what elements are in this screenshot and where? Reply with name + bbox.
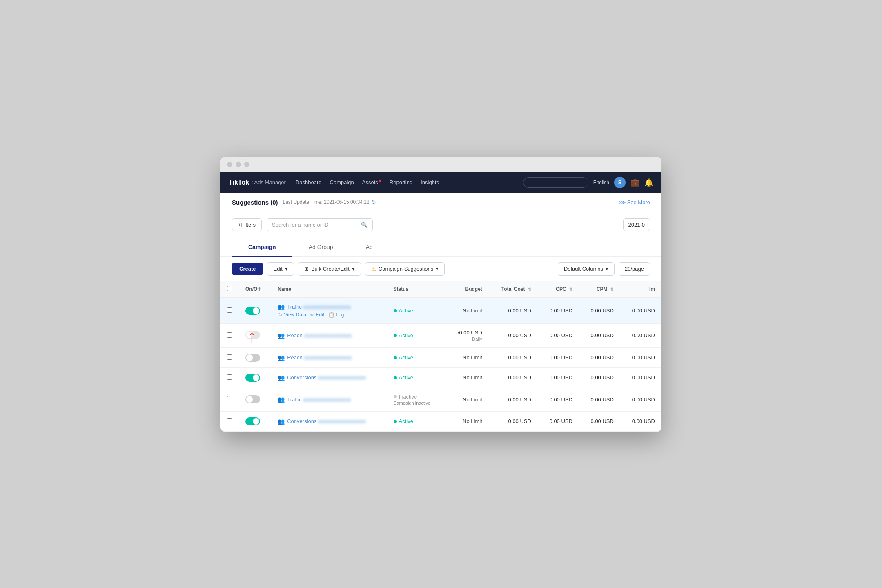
cpm-6: 0.00 USD — [579, 411, 620, 431]
total-cost-4: 0.00 USD — [489, 368, 538, 388]
header-total-cost[interactable]: Total Cost ⇅ — [489, 281, 538, 298]
row-checkbox-6[interactable] — [227, 418, 232, 423]
cpc-6: 0.00 USD — [538, 411, 579, 431]
nav-insights[interactable]: Insights — [421, 179, 439, 185]
impressions-6: 0.00 USD — [620, 411, 662, 431]
nav-reporting[interactable]: Reporting — [390, 179, 412, 185]
columns-chevron-icon: ▾ — [606, 266, 608, 272]
row-checkbox-1[interactable] — [227, 307, 232, 313]
suggestions-title: Suggestions (0) — [232, 199, 278, 206]
suggestions-bar: Suggestions (0) Last Update Time: 2021-0… — [220, 193, 662, 212]
language-selector[interactable]: English — [593, 180, 609, 185]
status-4: Active — [394, 374, 438, 381]
navbar-search-input[interactable] — [523, 177, 588, 188]
action-bar: Create Edit ▾ ⊞ Bulk Create/Edit ▾ ⚠ Cam… — [220, 257, 662, 281]
filters-button[interactable]: +Filters — [232, 218, 262, 231]
toggle-1[interactable] — [245, 307, 260, 315]
row-checkbox-2[interactable] — [227, 332, 232, 338]
refresh-icon[interactable]: ↻ — [371, 199, 376, 205]
avatar[interactable]: S — [614, 177, 626, 188]
toggle-4[interactable] — [245, 374, 260, 382]
tab-campaign[interactable]: Campaign — [232, 238, 292, 257]
bulk-create-button[interactable]: ⊞ Bulk Create/Edit ▾ — [298, 262, 361, 276]
row-checkbox-3[interactable] — [227, 354, 232, 360]
campaign-name-4: 👥 Conversions xxxxxxxxxxxxxxxxxx — [278, 374, 380, 381]
campaign-name-link-4[interactable]: Conversions xxxxxxxxxxxxxxxxxx — [287, 374, 366, 381]
campaign-icon-6: 👥 — [278, 418, 285, 425]
table-row: 👥 Traffic xxxxxxxxxxxxxxxxxx 🗂 View Data… — [220, 298, 662, 324]
window-maximize-dot[interactable] — [244, 162, 249, 167]
tab-ad[interactable]: Ad — [350, 238, 389, 257]
briefcase-icon[interactable]: 💼 — [630, 178, 639, 187]
toggle-2[interactable] — [245, 331, 260, 339]
budget-6: No Limit — [444, 411, 489, 431]
edit-label: Edit — [273, 266, 282, 272]
navbar: TikTok : Ads Manager Dashboard Campaign … — [220, 172, 662, 193]
toolbar: +Filters Search for a name or ID 🔍 2021-… — [220, 212, 662, 238]
toggle-5[interactable] — [245, 395, 260, 403]
default-columns-button[interactable]: Default Columns ▾ — [558, 262, 615, 276]
toggle-3[interactable] — [245, 354, 260, 362]
header-budget: Budget — [444, 281, 489, 298]
cpm-sort-icon: ⇅ — [610, 287, 614, 292]
edit-button[interactable]: Edit ▾ — [267, 262, 294, 276]
campaign-suggestions-label: Campaign Suggestions — [379, 266, 433, 272]
status-dot-3 — [394, 356, 397, 359]
window-close-dot[interactable] — [227, 162, 232, 167]
campaign-suggestions-button[interactable]: ⚠ Campaign Suggestions ▾ — [365, 262, 445, 276]
window-minimize-dot[interactable] — [236, 162, 241, 167]
campaign-name-link-2[interactable]: Reach xxxxxxxxxxxxxxxxxx — [287, 332, 352, 339]
bell-icon[interactable]: 🔔 — [644, 178, 653, 187]
tab-ad-group[interactable]: Ad Group — [292, 238, 350, 257]
table-row: 👥 Reach xxxxxxxxxxxxxxxxxx Active No Lim… — [220, 347, 662, 368]
campaign-name-link-3[interactable]: Reach xxxxxxxxxxxxxxxxxx — [287, 354, 352, 361]
campaign-name-link-5[interactable]: Traffic xxxxxxxxxxxxxxxxxx — [287, 396, 351, 403]
search-box[interactable]: Search for a name or ID 🔍 — [267, 218, 373, 231]
campaign-name-link-1[interactable]: Traffic xxxxxxxxxxxxxxxxxx — [287, 304, 351, 310]
impressions-4: 0.00 USD — [620, 368, 662, 388]
table-header-row: On/Off Name Status Budget Total Cost ⇅ C… — [220, 281, 662, 298]
impressions-3: 0.00 USD — [620, 347, 662, 368]
date-picker[interactable]: 2021-0 — [623, 218, 650, 231]
total-cost-2: 0.00 USD — [489, 323, 538, 347]
log-link-1[interactable]: 📋 Log — [328, 312, 344, 318]
status-5: Inactive — [394, 394, 438, 400]
search-icon: 🔍 — [361, 222, 368, 228]
header-cpc[interactable]: CPC ⇅ — [538, 281, 579, 298]
toggle-6[interactable] — [245, 417, 260, 425]
cpm-3: 0.00 USD — [579, 347, 620, 368]
create-button[interactable]: Create — [232, 263, 263, 275]
view-data-link-1[interactable]: 🗂 View Data — [278, 312, 306, 318]
budget-1: No Limit — [444, 298, 489, 324]
bulk-chevron-icon: ▾ — [352, 266, 355, 272]
status-dot-5 — [394, 395, 397, 398]
campaign-actions-1: 🗂 View Data ✏ Edit 📋 Log — [278, 312, 380, 318]
assets-badge — [379, 180, 381, 182]
impressions-1: 0.00 USD — [620, 298, 662, 324]
row-checkbox-5[interactable] — [227, 396, 232, 401]
campaign-icon-2: 👥 — [278, 332, 285, 339]
header-cpm[interactable]: CPM ⇅ — [579, 281, 620, 298]
per-page-button[interactable]: 20/page — [619, 262, 650, 276]
select-all-checkbox[interactable] — [227, 286, 232, 291]
header-status: Status — [387, 281, 444, 298]
chevron-down-icon: ⋙ — [618, 199, 626, 205]
nav-campaign[interactable]: Campaign — [330, 179, 354, 185]
row-checkbox-4[interactable] — [227, 374, 232, 380]
nav-assets[interactable]: Assets — [362, 179, 381, 185]
cpc-5: 0.00 USD — [538, 388, 579, 411]
impressions-2: 0.00 USD — [620, 323, 662, 347]
cpm-4: 0.00 USD — [579, 368, 620, 388]
status-sub-5: Campaign inactive — [394, 401, 438, 405]
title-bar — [220, 157, 662, 172]
campaign-icon-1: 👥 — [278, 304, 285, 310]
total-cost-sort-icon: ⇅ — [528, 287, 531, 292]
campaign-name-5: 👥 Traffic xxxxxxxxxxxxxxxxxx — [278, 396, 380, 403]
navbar-right: English S 💼 🔔 — [523, 177, 653, 188]
campaign-name-1: 👥 Traffic xxxxxxxxxxxxxxxxxx — [278, 304, 380, 310]
nav-dashboard[interactable]: Dashboard — [296, 179, 322, 185]
campaign-name-link-6[interactable]: Conversions xxxxxxxxxxxxxxxxxx — [287, 418, 366, 424]
edit-link-1[interactable]: ✏ Edit — [310, 312, 324, 318]
search-placeholder-text: Search for a name or ID — [272, 222, 329, 228]
see-more-button[interactable]: ⋙ See More — [618, 199, 650, 205]
